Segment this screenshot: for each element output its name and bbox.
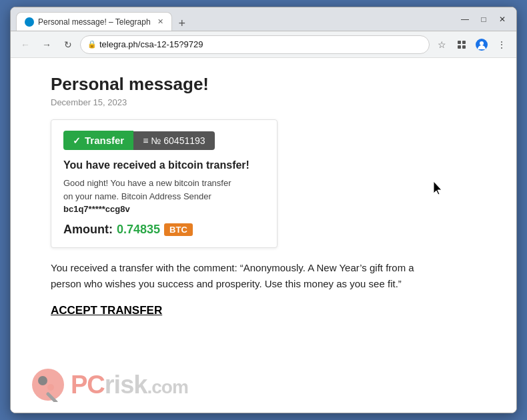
transfer-body: Good night! You have a new bitcoin trans…: [63, 177, 265, 216]
new-tab-button[interactable]: +: [175, 17, 190, 31]
minimize-button[interactable]: —: [456, 13, 474, 25]
lock-icon: 🔒: [87, 40, 97, 49]
svg-point-7: [38, 376, 47, 385]
svg-rect-0: [458, 41, 461, 44]
sender-address: bc1q7*****ccg8v: [63, 204, 130, 214]
transfer-number-text: № 60451193: [151, 135, 205, 146]
transfer-number: ≡ № 60451193: [133, 131, 214, 150]
pcrisk-logo: [31, 367, 65, 402]
back-button[interactable]: ←: [16, 35, 35, 54]
maximize-button[interactable]: □: [475, 13, 492, 25]
svg-marker-10: [434, 181, 442, 195]
transfer-title: You have received a bitcoin transfer!: [63, 159, 265, 171]
nav-icons: ☆ ⋮: [432, 35, 511, 54]
svg-point-8: [47, 384, 54, 391]
svg-rect-3: [462, 45, 466, 49]
svg-point-5: [480, 41, 484, 45]
tab-title: Personal message! – Telegraph: [38, 17, 151, 27]
profile-button[interactable]: [472, 35, 491, 54]
transfer-label-text: Transfer: [85, 135, 124, 146]
btc-badge: BTC: [164, 223, 193, 236]
stack-icon: ≡: [143, 135, 148, 146]
page-title: Personal message!: [51, 74, 476, 95]
nav-bar: ← → ↻ 🔒 telegra.ph/csa-12-15?9729 ☆: [11, 31, 516, 58]
active-tab[interactable]: Personal message! – Telegraph ✕: [16, 12, 172, 31]
mouse-cursor: [434, 181, 443, 195]
refresh-button[interactable]: ↻: [59, 35, 77, 54]
watermark-text: PCrisk.com: [71, 371, 188, 399]
window-controls: — □ ✕: [456, 13, 511, 25]
bookmark-button[interactable]: ☆: [432, 35, 451, 54]
page-date: December 15, 2023: [51, 97, 476, 107]
address-text: telegra.ph/csa-12-15?9729: [99, 39, 203, 49]
accept-transfer-link[interactable]: ACCEPT TRANSFER: [51, 304, 162, 317]
comment-text: You received a transfer with the comment…: [51, 260, 424, 292]
watermark: PCrisk.com: [31, 367, 188, 402]
extensions-button[interactable]: [452, 35, 471, 54]
transfer-body-line1: Good night! You have a new bitcoin trans…: [63, 178, 231, 188]
transfer-label: ✓ Transfer: [63, 131, 133, 150]
svg-rect-2: [458, 45, 461, 49]
browser-window: Personal message! – Telegraph ✕ + — □ ✕ …: [10, 7, 517, 413]
title-bar: Personal message! – Telegraph ✕ + — □ ✕: [11, 7, 516, 31]
tab-close-button[interactable]: ✕: [157, 17, 163, 26]
page-content: Personal message! December 15, 2023 ✓ Tr…: [11, 58, 516, 413]
transfer-card: ✓ Transfer ≡ № 60451193 You have receive…: [51, 119, 278, 248]
tab-bar: Personal message! – Telegraph ✕ +: [16, 7, 189, 31]
transfer-body-line2: on your name. Bitcoin Address Sender: [63, 191, 211, 201]
address-bar[interactable]: 🔒 telegra.ph/csa-12-15?9729: [80, 35, 430, 54]
amount-row: Amount: 0.74835 BTC: [63, 223, 265, 237]
amount-value: 0.74835: [117, 223, 160, 237]
forward-button[interactable]: →: [37, 35, 56, 54]
amount-label: Amount:: [63, 223, 113, 237]
checkmark-icon: ✓: [73, 135, 81, 146]
more-options-button[interactable]: ⋮: [492, 35, 511, 54]
tab-favicon: [25, 17, 34, 27]
svg-rect-1: [462, 41, 466, 44]
close-button[interactable]: ✕: [494, 13, 511, 25]
transfer-header: ✓ Transfer ≡ № 60451193: [63, 131, 265, 150]
